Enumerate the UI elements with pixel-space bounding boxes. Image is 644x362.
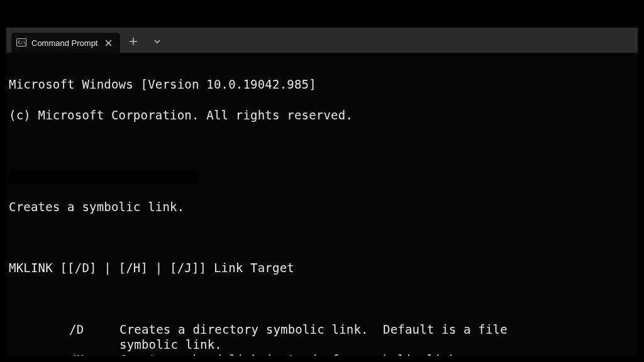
tab-bar: C:\ Command Prompt	[6, 28, 638, 53]
tab-close-button[interactable]	[103, 37, 114, 48]
terminal-output[interactable]: Microsoft Windows [Version 10.0.19042.98…	[6, 53, 638, 356]
terminal-window: C:\ Command Prompt Microsoft Window	[6, 28, 638, 356]
help-options: /DCreates a directory symbolic link. Def…	[9, 322, 635, 356]
help-option-key	[9, 337, 119, 352]
close-icon	[105, 40, 112, 47]
cmd-icon: C:\	[16, 38, 26, 48]
new-tab-button[interactable]	[123, 31, 144, 52]
banner-line: (c) Microsoft Corporation. All rights re…	[9, 107, 635, 123]
help-option-desc: Creates a hard link instead of a symboli…	[119, 352, 635, 356]
help-option-desc: symbolic link.	[119, 337, 635, 352]
help-option-row: /DCreates a directory symbolic link. Def…	[9, 322, 635, 337]
banner-line: Microsoft Windows [Version 10.0.19042.98…	[9, 77, 635, 92]
help-intro: Creates a symbolic link.	[9, 199, 635, 214]
help-option-desc: Creates a directory symbolic link. Defau…	[119, 322, 635, 337]
redacted-prompt	[9, 168, 635, 184]
tab-dropdown-button[interactable]	[147, 31, 168, 52]
help-syntax: MKLINK [[/D] | [/H] | [/J]] Link Target	[9, 260, 635, 275]
svg-text:C:\: C:\	[18, 40, 26, 45]
help-option-key: /D	[9, 322, 119, 337]
plus-icon	[129, 37, 138, 46]
chevron-down-icon	[153, 37, 162, 46]
tab-title: Command Prompt	[31, 38, 97, 48]
help-option-row: /HCreates a hard link instead of a symbo…	[9, 352, 635, 356]
help-option-key: /H	[9, 352, 119, 356]
help-option-row: symbolic link.	[9, 337, 635, 352]
tab-command-prompt[interactable]: C:\ Command Prompt	[11, 33, 120, 53]
